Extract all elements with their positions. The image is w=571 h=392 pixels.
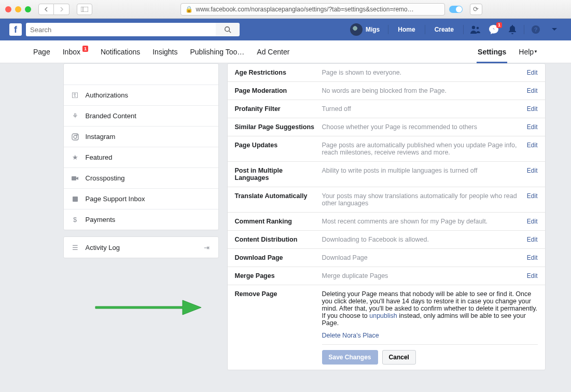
star-icon: ★ <box>71 153 79 161</box>
profile-link[interactable]: Migs <box>346 23 384 36</box>
browser-chrome: 🔒 www.facebook.com/norasplacepanglao/set… <box>0 0 571 19</box>
setting-label: Page Updates <box>235 142 316 156</box>
setting-value: Page posts are automatically published w… <box>322 142 521 156</box>
edit-link[interactable]: Edit <box>527 123 538 131</box>
sidebar-item-partial[interactable] <box>64 64 218 85</box>
settings-sidebar: ⚿Authorizations ⚘Branded Content Instagr… <box>63 63 219 230</box>
tab-notifications[interactable]: Notifications <box>94 40 146 63</box>
reload-button[interactable]: ⟳ <box>470 4 482 15</box>
open-icon: ⇥ <box>203 244 211 251</box>
url-text: www.facebook.com/norasplacepanglao/setti… <box>196 6 414 13</box>
setting-label: Download Page <box>235 254 316 261</box>
tab-publishing[interactable]: Publishing Too… <box>184 40 250 63</box>
svg-point-2 <box>225 27 230 32</box>
sidebar-item-crossposting[interactable]: Crossposting <box>64 167 218 188</box>
list-icon: ☰ <box>71 244 79 251</box>
address-bar[interactable]: 🔒 www.facebook.com/norasplacepanglao/set… <box>180 3 445 16</box>
edit-link[interactable]: Edit <box>527 142 538 156</box>
messenger-badge: 1 <box>496 22 502 28</box>
tab-inbox[interactable]: Inbox1 <box>57 40 94 63</box>
help-icon[interactable]: ? <box>528 25 543 34</box>
handshake-icon: ⚘ <box>71 112 79 120</box>
tab-ad-center[interactable]: Ad Center <box>250 40 296 63</box>
svg-text:?: ? <box>534 26 538 33</box>
svg-point-5 <box>477 27 479 30</box>
svg-rect-12 <box>73 197 78 202</box>
save-changes-button[interactable]: Save Changes <box>322 350 378 365</box>
search-button[interactable] <box>216 23 240 36</box>
setting-label: Post in Multiple Languages <box>235 167 316 181</box>
svg-rect-0 <box>81 7 88 12</box>
remove-page-body: Deleting your Page means that nobody wil… <box>322 290 538 365</box>
page-subnav: Page Inbox1 Notifications Insights Publi… <box>0 40 571 63</box>
svg-point-4 <box>472 26 475 29</box>
minimize-window[interactable] <box>15 6 21 12</box>
tab-insights[interactable]: Insights <box>146 40 184 63</box>
setting-label: Merge Pages <box>235 272 316 279</box>
facebook-logo[interactable]: f <box>9 23 22 36</box>
search-bar <box>26 23 240 36</box>
sidebar-item-instagram[interactable]: Instagram <box>64 126 218 147</box>
svg-line-3 <box>229 31 231 33</box>
setting-value: Downloading to Facebook is allowed. <box>322 236 521 243</box>
dollar-icon: $ <box>71 216 79 223</box>
setting-label: Age Restrictions <box>235 69 316 76</box>
edit-link[interactable]: Edit <box>527 236 538 243</box>
lock-icon: 🔒 <box>185 6 193 13</box>
edit-link[interactable]: Edit <box>527 254 538 261</box>
setting-row: Comment RankingMost recent comments are … <box>228 212 545 230</box>
search-input[interactable] <box>26 23 216 36</box>
close-window[interactable] <box>5 6 11 12</box>
sidebar-item-authorizations[interactable]: ⚿Authorizations <box>64 85 218 105</box>
cancel-button[interactable]: Cancel <box>382 350 416 365</box>
edit-link[interactable]: Edit <box>527 167 538 181</box>
svg-point-10 <box>76 134 77 135</box>
messenger-icon[interactable]: 1 <box>486 24 501 35</box>
svg-rect-11 <box>72 176 76 180</box>
edit-link[interactable]: Edit <box>527 69 538 76</box>
create-link[interactable]: Create <box>429 26 459 33</box>
setting-value: Turned off <box>322 105 521 113</box>
sidebar-item-support[interactable]: Page Support Inbox <box>64 188 218 209</box>
friend-requests-icon[interactable] <box>468 25 482 34</box>
unpublish-link[interactable]: unpublish <box>369 312 397 319</box>
edit-link[interactable]: Edit <box>527 272 538 279</box>
facebook-topbar: f Migs Home Create 1 ? <box>0 19 571 40</box>
sidota-item-featured[interactable]: ★Featured <box>64 147 218 167</box>
sidebar-item-branded[interactable]: ⚘Branded Content <box>64 105 218 126</box>
setting-row: Page ModerationNo words are being blocke… <box>228 81 545 100</box>
forward-button[interactable] <box>54 4 69 15</box>
sidebar-toggle[interactable] <box>77 4 92 15</box>
inbox-badge: 1 <box>82 46 88 52</box>
notifications-icon[interactable] <box>505 24 520 35</box>
tab-settings[interactable]: Settings <box>471 40 512 63</box>
tab-help[interactable]: Help ▼ <box>512 40 544 63</box>
tab-page[interactable]: Page <box>27 40 57 63</box>
sidebar-item-payments[interactable]: $Payments <box>64 209 218 230</box>
instagram-icon <box>71 133 79 141</box>
setting-label: Profanity Filter <box>235 105 316 113</box>
activity-log-link[interactable]: ☰Activity Log ⇥ <box>64 237 218 258</box>
setting-value: Most recent comments are shown for my Pa… <box>322 218 521 225</box>
setting-row: Download PageDownload PageEdit <box>228 248 545 267</box>
flag-icon <box>71 196 79 202</box>
window-controls <box>5 6 31 12</box>
maximize-window[interactable] <box>25 6 31 12</box>
setting-label: Comment Ranking <box>235 218 316 225</box>
setting-row: Post in Multiple LanguagesAbility to wri… <box>228 161 545 187</box>
back-button[interactable] <box>38 4 54 15</box>
delete-page-link[interactable]: Delete Nora's Place <box>322 332 379 339</box>
setting-row: Translate AutomaticallyYour posts may sh… <box>228 187 545 212</box>
setting-row: Merge PagesMerge duplicate PagesEdit <box>228 267 545 285</box>
edit-link[interactable]: Edit <box>527 192 538 207</box>
setting-row: Profanity FilterTurned offEdit <box>228 100 545 118</box>
setting-label: Remove Page <box>235 290 316 365</box>
edit-link[interactable]: Edit <box>527 218 538 225</box>
home-link[interactable]: Home <box>393 26 420 33</box>
setting-row: Page UpdatesPage posts are automatically… <box>228 136 545 161</box>
edit-link[interactable]: Edit <box>527 105 538 113</box>
setting-row: Age RestrictionsPage is shown to everyon… <box>228 64 545 81</box>
edit-link[interactable]: Edit <box>527 87 538 94</box>
reader-toggle[interactable] <box>449 6 463 13</box>
dropdown-arrow-icon[interactable] <box>547 27 562 32</box>
